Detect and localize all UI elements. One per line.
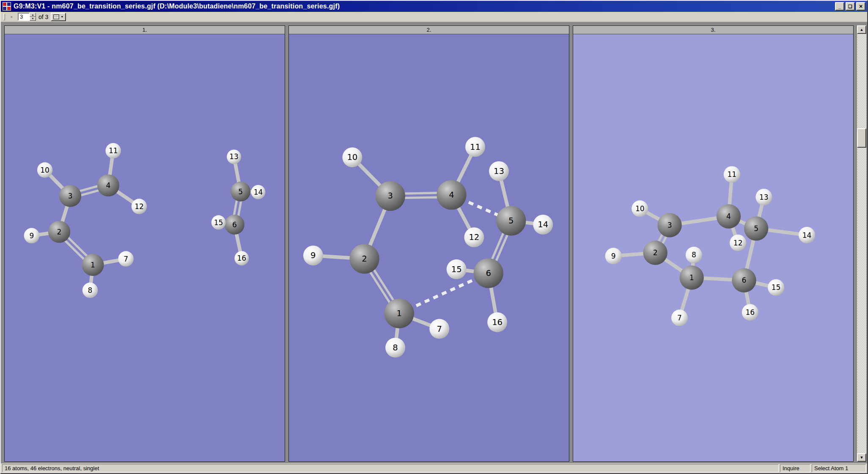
atom-label: 12	[469, 232, 479, 242]
scrollbar-thumb[interactable]	[857, 128, 866, 148]
atom-label: 15	[451, 265, 462, 274]
atom-label: 13	[759, 193, 769, 201]
atom-label: 16	[492, 317, 503, 327]
frame-spinner: ▲ ▼	[18, 13, 36, 21]
atom-label: 4	[726, 212, 731, 220]
atom-label: 14	[802, 231, 812, 240]
atom-label: 12	[135, 202, 144, 211]
atom-label: 11	[470, 142, 481, 152]
atom-label: 14	[254, 188, 263, 196]
title-bar: G9:M3:V1 - nm607_be_transition_series.gj…	[1, 1, 867, 12]
atom-label: 6	[232, 220, 237, 229]
panel-2: 2. 10111391214151678345261	[288, 25, 569, 462]
atom-label: 4	[449, 190, 454, 200]
panel-3: 3. 10111391471516324125618	[573, 25, 854, 462]
status-selection: Select Atom 1	[812, 464, 866, 472]
atom-label: 8	[393, 343, 398, 353]
atom-label: 2	[362, 254, 367, 264]
status-mode: Inquire	[780, 464, 810, 472]
toolbar-grip	[3, 14, 5, 20]
view-layout-button[interactable]: ▼	[51, 13, 66, 21]
scroll-up-button[interactable]: ▲	[857, 25, 866, 34]
atom-label: 15	[214, 218, 223, 227]
atom-label: 16	[237, 254, 247, 262]
atom-label: 3	[68, 192, 73, 200]
frame-total-label: of 3	[38, 14, 48, 20]
toolbar-dot-icon: ●	[8, 14, 15, 20]
atom-label: 9	[310, 251, 316, 260]
frame-up-button[interactable]: ▲	[30, 13, 36, 17]
atom-label: 5	[508, 216, 514, 226]
close-button[interactable]: ✕	[856, 2, 865, 11]
molecule-view-1[interactable]: 10111297834211314165615	[5, 34, 285, 461]
atom-label: 7	[677, 314, 682, 322]
atom-label: 14	[538, 220, 548, 229]
atom-label: 1	[689, 273, 694, 282]
atom-label: 12	[733, 239, 743, 247]
atom-label: 8	[692, 251, 696, 259]
atom-label: 15	[772, 283, 781, 292]
maximize-button[interactable]: ❏	[846, 2, 855, 11]
scrollbar-track[interactable]	[857, 34, 866, 453]
frame-down-button[interactable]: ▼	[30, 17, 36, 21]
window-controls: _ ❏ ✕	[835, 2, 865, 11]
atom-label: 9	[29, 231, 34, 240]
frame-spinner-arrows: ▲ ▼	[30, 13, 36, 21]
atom-label: 6	[742, 276, 747, 284]
atom-label: 16	[746, 308, 755, 317]
atom-label: 2	[57, 228, 62, 236]
workspace: 1. 10111297834211314165615 2. 1011139121…	[1, 22, 867, 463]
atom-label: 10	[635, 204, 645, 213]
atom-label: 8	[88, 286, 93, 295]
toolbar: ● ▲ ▼ of 3 ▼	[1, 12, 867, 22]
atom-label: 11	[728, 170, 737, 179]
atom-label: 9	[611, 252, 616, 260]
app-window: G9:M3:V1 - nm607_be_transition_series.gj…	[0, 0, 868, 474]
atom-label: 13	[229, 152, 239, 161]
atom-label: 11	[109, 146, 118, 155]
panel-3-header: 3.	[573, 26, 853, 34]
status-bar: 16 atoms, 46 electrons, neutral, singlet…	[1, 463, 867, 473]
scroll-down-button[interactable]: ▼	[857, 453, 866, 462]
vertical-scrollbar[interactable]: ▲ ▼	[857, 25, 866, 462]
grid-icon	[53, 14, 59, 19]
atom-label: 1	[396, 309, 401, 318]
atom-label: 10	[347, 152, 357, 162]
window-title: G9:M3:V1 - nm607_be_transition_series.gj…	[14, 3, 835, 10]
atom-label: 7	[124, 255, 128, 263]
minimize-button[interactable]: _	[835, 2, 844, 11]
status-molecule-info: 16 atoms, 46 electrons, neutral, singlet	[2, 464, 779, 472]
molecule-view-2[interactable]: 10111391214151678345261	[289, 34, 569, 461]
atom-label: 5	[754, 224, 758, 233]
dropdown-caret-icon: ▼	[60, 15, 63, 18]
frame-number-input[interactable]	[18, 13, 30, 21]
atom-label: 6	[486, 268, 491, 278]
atom-label: 5	[238, 187, 243, 196]
molecule-view-3[interactable]: 10111391471516324125618	[573, 34, 853, 461]
app-logo-icon	[3, 2, 11, 11]
panel-2-header: 2.	[289, 26, 569, 34]
atom-label: 10	[40, 166, 49, 174]
atom-label: 4	[106, 181, 111, 190]
panel-1: 1. 10111297834211314165615	[4, 25, 285, 462]
atom-label: 13	[494, 166, 504, 176]
atom-label: 3	[667, 221, 672, 229]
atom-label: 1	[91, 261, 95, 269]
atom-label: 2	[653, 248, 658, 257]
panel-1-header: 1.	[5, 26, 285, 34]
atom-label: 7	[437, 324, 442, 334]
atom-label: 3	[388, 191, 393, 201]
